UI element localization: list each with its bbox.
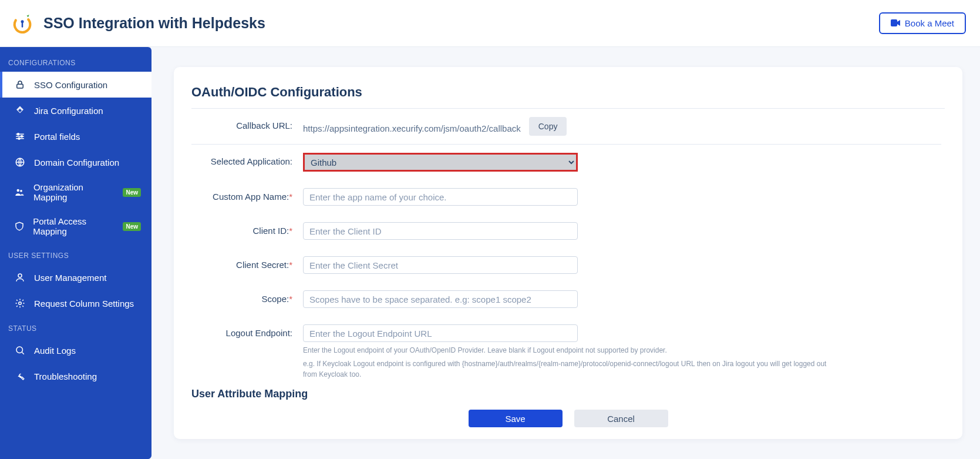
app-title: SSO Integration with Helpdesks	[43, 15, 265, 32]
sidebar-item-label: Troubleshooting	[34, 371, 97, 381]
client-secret-input[interactable]	[303, 256, 578, 274]
sidebar-item-troubleshooting[interactable]: Troubleshooting	[0, 363, 151, 389]
person-icon	[14, 272, 26, 283]
save-button[interactable]: Save	[469, 410, 563, 427]
sidebar-item-label: Portal Access Mapping	[33, 216, 114, 236]
sidebar-item-label: Organization Mapping	[33, 182, 115, 202]
wrench-icon	[14, 370, 26, 382]
user-attribute-mapping-heading: User Attribute Mapping	[191, 382, 941, 400]
sidebar-item-label: Request Column Settings	[34, 299, 134, 309]
sliders-icon	[14, 130, 26, 142]
cancel-button[interactable]: Cancel	[574, 410, 668, 427]
logout-help-2: e.g. If Keycloak Logout endpoint is conf…	[303, 356, 831, 380]
jira-icon	[14, 105, 26, 116]
book-meet-label: Book a Meet	[905, 18, 954, 28]
required-asterisk: *	[289, 294, 292, 304]
required-asterisk: *	[289, 226, 292, 236]
sidebar-item-label: SSO Configuration	[34, 80, 107, 90]
row-client-id: Client ID:*	[191, 214, 941, 248]
sidebar-item-portal-access[interactable]: Portal Access Mapping New	[0, 209, 151, 243]
search-icon	[14, 344, 26, 356]
svg-point-13	[16, 347, 23, 353]
sidebar-item-org-mapping[interactable]: Organization Mapping New	[0, 175, 151, 209]
logout-help-1: Enter the Logout endpoint of your OAuth/…	[303, 342, 667, 356]
section-status: STATUS	[0, 316, 151, 337]
footer-actions: Save Cancel	[191, 403, 945, 427]
custom-name-label: Custom App Name:*	[191, 188, 303, 202]
video-icon	[891, 18, 900, 28]
callback-label: Callback URL:	[191, 117, 303, 130]
required-asterisk: *	[289, 192, 292, 202]
svg-point-9	[17, 189, 20, 192]
globe-icon	[14, 156, 26, 168]
lock-icon	[14, 79, 26, 91]
row-logout-endpoint: Logout Endpoint: Enter the Logout endpoi…	[191, 316, 941, 382]
sidebar-item-jira[interactable]: Jira Configuration	[0, 98, 151, 123]
sidebar-item-domain[interactable]: Domain Configuration	[0, 149, 151, 175]
book-meet-button[interactable]: Book a Meet	[879, 12, 966, 34]
svg-point-10	[21, 190, 23, 192]
client-secret-label-text: Client Secret:	[236, 260, 289, 270]
gear-icon	[14, 297, 26, 309]
row-scope: Scope:*	[191, 282, 941, 316]
scope-input[interactable]	[303, 290, 578, 308]
client-id-input[interactable]	[303, 222, 578, 240]
row-selected-app: Selected Application: Github	[191, 145, 941, 180]
client-id-label-text: Client ID:	[252, 226, 289, 236]
client-id-label: Client ID:*	[191, 222, 303, 236]
sidebar-item-label: Domain Configuration	[34, 158, 119, 167]
sidebar-item-label: Portal fields	[34, 132, 80, 142]
sidebar-item-portal-fields[interactable]: Portal fields	[0, 123, 151, 149]
row-callback: Callback URL: https://appsintegration.xe…	[191, 109, 941, 145]
custom-name-input[interactable]	[303, 188, 578, 206]
form-scroll[interactable]: Callback URL: https://appsintegration.xe…	[191, 109, 945, 403]
config-card: OAuth/OIDC Configurations Callback URL: …	[174, 67, 962, 439]
logout-endpoint-input[interactable]	[303, 324, 578, 342]
scope-label-text: Scope:	[261, 294, 289, 304]
selected-app-label: Selected Application:	[191, 153, 303, 166]
users-icon	[14, 186, 25, 198]
logout-endpoint-label: Logout Endpoint:	[191, 324, 303, 338]
section-user-settings: USER SETTINGS	[0, 243, 151, 264]
sidebar-item-label: User Management	[34, 273, 106, 283]
sidebar-item-user-management[interactable]: User Management	[0, 264, 151, 290]
row-custom-name: Custom App Name:*	[191, 180, 941, 214]
section-configurations: CONFIGURATIONS	[0, 51, 151, 72]
required-asterisk: *	[289, 260, 292, 270]
scope-label: Scope:*	[191, 290, 303, 304]
svg-rect-3	[891, 19, 897, 26]
svg-rect-4	[17, 84, 23, 88]
selected-app-select[interactable]: Github	[303, 153, 578, 172]
svg-point-5	[18, 133, 19, 135]
shield-icon	[14, 220, 25, 232]
card-title: OAuth/OIDC Configurations	[191, 85, 945, 109]
svg-point-11	[18, 274, 22, 277]
svg-rect-2	[22, 22, 23, 27]
row-client-secret: Client Secret:*	[191, 248, 941, 282]
brand: SSO Integration with Helpdesks	[11, 12, 265, 35]
topbar: SSO Integration with Helpdesks Book a Me…	[0, 0, 980, 47]
sidebar-item-sso[interactable]: SSO Configuration	[0, 72, 151, 98]
callback-url: https://appsintegration.xecurify.com/jsm…	[303, 120, 521, 133]
new-badge: New	[123, 222, 141, 231]
sidebar: CONFIGURATIONS SSO Configuration Jira Co…	[0, 47, 151, 459]
svg-point-7	[18, 138, 20, 139]
new-badge: New	[123, 188, 141, 197]
sidebar-item-request-columns[interactable]: Request Column Settings	[0, 290, 151, 316]
brand-logo-icon	[11, 12, 34, 35]
svg-point-12	[19, 302, 22, 305]
content: OAuth/OIDC Configurations Callback URL: …	[151, 47, 980, 459]
copy-button[interactable]: Copy	[529, 117, 567, 136]
sidebar-item-label: Jira Configuration	[34, 106, 103, 116]
sidebar-item-audit-logs[interactable]: Audit Logs	[0, 337, 151, 363]
svg-point-6	[21, 136, 23, 138]
sidebar-item-label: Audit Logs	[34, 346, 76, 356]
custom-name-label-text: Custom App Name:	[213, 192, 289, 202]
client-secret-label: Client Secret:*	[191, 256, 303, 270]
